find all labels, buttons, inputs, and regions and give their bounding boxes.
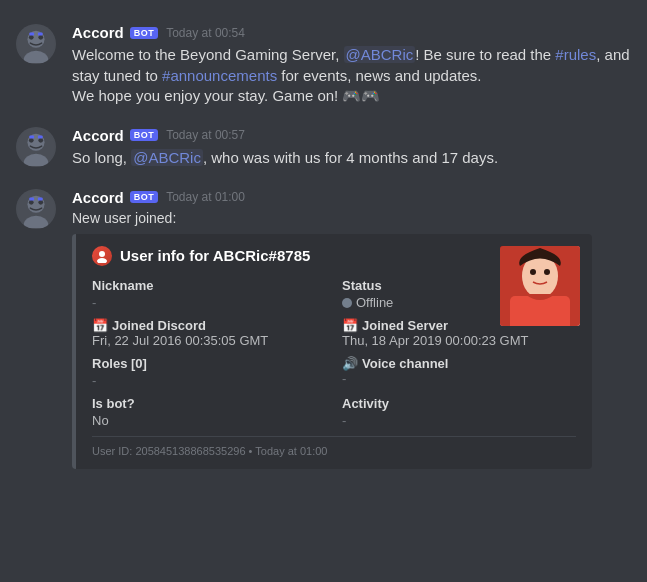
field-label: 📅 Joined Discord: [92, 318, 326, 333]
message-group: Accord BOT Today at 01:00 New user joine…: [0, 181, 647, 477]
field-label: Is bot?: [92, 396, 326, 411]
embed-field-activity: Activity -: [342, 396, 576, 428]
svg-rect-23: [510, 296, 570, 326]
username: Accord: [72, 127, 124, 144]
plain-text: for events, news and updates.: [277, 67, 481, 84]
message-text: So long, @ABCRic, who was with us for 4 …: [72, 148, 631, 169]
bot-tag: BOT: [130, 129, 159, 141]
field-value: No: [92, 413, 326, 428]
embed-field-joined-discord: 📅 Joined Discord Fri, 22 Jul 2016 00:35:…: [92, 318, 326, 348]
calendar-icon: 📅: [92, 318, 108, 333]
embed-field-voice-channel: 🔊 Voice channel -: [342, 356, 576, 388]
speaker-icon: 🔊: [342, 356, 358, 371]
svg-point-27: [99, 251, 105, 257]
svg-point-11: [38, 138, 43, 143]
bot-tag: BOT: [130, 27, 159, 39]
field-label: Activity: [342, 396, 576, 411]
svg-point-28: [97, 258, 107, 263]
message-group: Accord BOT Today at 00:57 So long, @ABCR…: [0, 119, 647, 177]
message-content: Accord BOT Today at 00:57 So long, @ABCR…: [72, 127, 631, 169]
svg-rect-5: [29, 33, 34, 36]
svg-point-18: [38, 199, 43, 204]
svg-point-3: [29, 35, 34, 40]
message-group: Accord BOT Today at 00:54 Welcome to the…: [0, 16, 647, 115]
field-value: -: [92, 295, 326, 310]
calendar-icon: 📅: [342, 318, 358, 333]
timestamp: Today at 00:54: [166, 26, 245, 40]
svg-point-26: [544, 269, 550, 275]
field-label: Roles [0]: [92, 356, 326, 371]
field-label: 🔊 Voice channel: [342, 356, 576, 371]
plain-text: So long,: [72, 149, 131, 166]
timestamp: Today at 00:57: [166, 128, 245, 142]
plain-text: ! Be sure to read the: [415, 46, 555, 63]
message-header: Accord BOT Today at 00:54: [72, 24, 631, 41]
thumbnail-image: [500, 246, 580, 326]
mention: @ABCRic: [344, 46, 416, 63]
mention: @ABCRic: [131, 149, 203, 166]
svg-rect-20: [38, 197, 43, 200]
new-user-text: New user joined:: [72, 210, 631, 226]
embed-field-nickname: Nickname -: [92, 278, 326, 310]
field-value: Thu, 18 Apr 2019 00:00:23 GMT: [342, 333, 576, 348]
embed-field-is-bot: Is bot? No: [92, 396, 326, 428]
message-header: Accord BOT Today at 01:00: [72, 189, 631, 206]
messages-container: Accord BOT Today at 00:54 Welcome to the…: [0, 0, 647, 497]
embed-thumbnail: [500, 246, 580, 326]
message-text: Welcome to the Beyond Gaming Server, @AB…: [72, 45, 631, 107]
embed-footer: User ID: 205845138868535296 • Today at 0…: [92, 436, 576, 457]
message-content: Accord BOT Today at 00:54 Welcome to the…: [72, 24, 631, 107]
field-value: Fri, 22 Jul 2016 00:35:05 GMT: [92, 333, 326, 348]
svg-point-24: [526, 257, 554, 291]
embed-title-icon: [92, 246, 112, 266]
message-header: Accord BOT Today at 00:57: [72, 127, 631, 144]
avatar: [16, 24, 56, 64]
message-content: Accord BOT Today at 01:00 New user joine…: [72, 189, 631, 469]
svg-rect-12: [29, 135, 34, 138]
embed-field-roles: Roles [0] -: [92, 356, 326, 388]
field-value: -: [342, 371, 576, 386]
offline-dot-icon: [342, 298, 352, 308]
svg-point-10: [29, 138, 34, 143]
svg-rect-19: [29, 197, 34, 200]
avatar: [16, 189, 56, 229]
plain-text: We hope you enjoy your stay. Game on! 🎮🎮: [72, 87, 380, 104]
username: Accord: [72, 24, 124, 41]
channel-link[interactable]: #announcements: [162, 67, 277, 84]
field-value: -: [92, 373, 326, 388]
plain-text: , who was with us for 4 months and 17 da…: [203, 149, 498, 166]
svg-point-4: [38, 35, 43, 40]
channel-link[interactable]: #rules: [555, 46, 596, 63]
username: Accord: [72, 189, 124, 206]
avatar: [16, 127, 56, 167]
bot-tag: BOT: [130, 191, 159, 203]
embed: User info for ABCRic#8785 Nickname - Sta…: [72, 234, 592, 469]
timestamp: Today at 01:00: [166, 190, 245, 204]
svg-point-25: [530, 269, 536, 275]
plain-text: Welcome to the Beyond Gaming Server,: [72, 46, 344, 63]
svg-rect-6: [38, 33, 43, 36]
svg-point-17: [29, 199, 34, 204]
field-label: Nickname: [92, 278, 326, 293]
field-value: -: [342, 413, 576, 428]
embed-title-text: User info for ABCRic#8785: [120, 247, 310, 264]
svg-rect-13: [38, 135, 43, 138]
